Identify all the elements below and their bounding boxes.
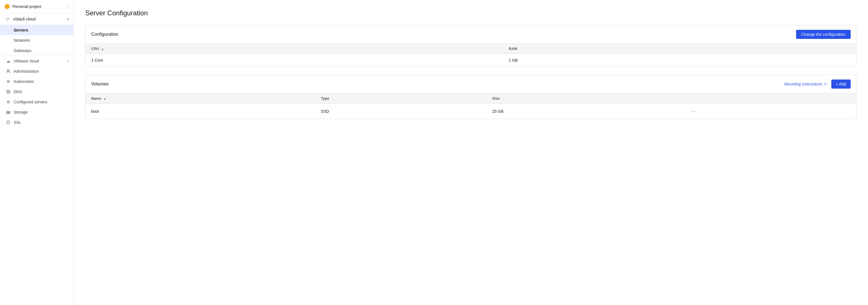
- project-dot: [4, 4, 10, 9]
- actions-column-header: [684, 94, 857, 104]
- name-sort-icon[interactable]: ▲: [103, 97, 106, 100]
- servers-icon: [6, 28, 11, 33]
- sidebar-item-label: Servers: [13, 28, 28, 32]
- ram-column-header: RAM: [503, 44, 856, 54]
- project-selector[interactable]: Personal project ›: [0, 0, 73, 13]
- dns-icon: [6, 89, 11, 94]
- sidebar-item-servers[interactable]: Servers: [0, 25, 73, 35]
- cpu-sort-icon[interactable]: ▲: [101, 47, 104, 50]
- vstack-cloud-item[interactable]: ▽ vStack cloud ▾: [0, 13, 73, 25]
- table-header-row: CPU ▲ RAM: [86, 44, 856, 54]
- table-row: boot SSD 25 GB ···: [86, 104, 856, 119]
- project-name: Personal project: [12, 4, 68, 9]
- sidebar-item-ssl[interactable]: SSL: [0, 117, 73, 128]
- configuration-card-header: Configuration Change the configuration: [86, 25, 856, 44]
- volumes-table: Name ▲ Type Size boot SSD 25 GB: [86, 94, 856, 119]
- sidebar-item-gateways[interactable]: Gateways: [0, 45, 73, 56]
- sidebar-item-label: VMware cloud: [13, 59, 39, 63]
- sidebar-item-label: Gateways: [13, 48, 31, 53]
- sidebar-item-label: Configured servers: [13, 100, 47, 104]
- configuration-card-title: Configuration: [91, 32, 118, 37]
- sidebar-item-administration[interactable]: Administration: [0, 66, 73, 76]
- mounting-instructions-link[interactable]: Mounting Instructions ↗: [784, 82, 827, 86]
- volumes-header-row: Name ▲ Type Size: [86, 94, 856, 104]
- kubernetes-icon: ⚙: [6, 79, 11, 84]
- sidebar-item-label: Networks: [13, 38, 30, 43]
- sidebar-item-vmware[interactable]: ☁ VMware cloud ▾: [0, 56, 73, 66]
- sidebar-item-label: DNS: [13, 90, 22, 94]
- svg-point-1: [6, 90, 10, 94]
- networks-icon: [6, 38, 11, 43]
- volume-size: 25 GB: [487, 104, 684, 119]
- change-configuration-button[interactable]: Change the configuration: [796, 30, 851, 39]
- sidebar-item-label: Storage: [13, 110, 28, 114]
- add-volume-button[interactable]: + Add: [831, 79, 851, 89]
- sidebar-item-dns[interactable]: DNS: [0, 87, 73, 97]
- svg-rect-3: [6, 111, 10, 112]
- configuration-card: Configuration Change the configuration C…: [85, 25, 857, 67]
- cpu-column-header: CPU ▲: [86, 44, 503, 54]
- volume-type: SSD: [315, 104, 487, 119]
- name-column-header: Name ▲: [86, 94, 315, 104]
- volume-name: boot: [86, 104, 315, 119]
- type-column-header: Type: [315, 94, 487, 104]
- volume-more-button[interactable]: ···: [689, 108, 698, 115]
- external-link-icon: ↗: [824, 82, 827, 86]
- sidebar-item-storage[interactable]: Storage: [0, 107, 73, 117]
- main-content: Server Configuration Configuration Chang…: [74, 0, 868, 305]
- ram-value: 1 GB: [503, 54, 856, 67]
- administration-icon: [6, 69, 11, 74]
- sidebar-item-label: Kubernetes: [13, 79, 34, 84]
- size-column-header: Size: [487, 94, 684, 104]
- vstack-label: vStack cloud: [13, 17, 67, 21]
- volumes-card-title: Volumes: [91, 81, 108, 87]
- table-row: 1 Core 1 GB: [86, 54, 856, 67]
- vmware-icon: ☁: [6, 59, 11, 64]
- sidebar-item-label: Administration: [13, 69, 39, 73]
- vmware-chevron: ▾: [67, 59, 69, 63]
- configured-servers-icon: ⚙: [6, 99, 11, 104]
- svg-rect-4: [6, 113, 10, 113]
- storage-icon: [6, 110, 11, 115]
- page-title: Server Configuration: [85, 9, 857, 17]
- svg-point-2: [8, 91, 9, 92]
- sidebar: Personal project › ▽ vStack cloud ▾ Serv…: [0, 0, 74, 305]
- sidebar-item-configured-servers[interactable]: ⚙ Configured servers: [0, 97, 73, 107]
- gateways-icon: [6, 48, 11, 53]
- cpu-value: 1 Core: [86, 54, 503, 67]
- vstack-section: ▽ vStack cloud ▾ Servers Networks Gatewa…: [0, 13, 73, 56]
- ssl-icon: [6, 120, 11, 125]
- volumes-card: Volumes Mounting Instructions ↗ + Add Na…: [85, 75, 857, 119]
- configuration-table: CPU ▲ RAM 1 Core 1 GB: [86, 44, 856, 66]
- svg-point-0: [7, 70, 9, 71]
- sidebar-item-label: SSL: [13, 120, 21, 125]
- vstack-icon: ▽: [4, 16, 10, 22]
- volume-actions: ···: [684, 104, 857, 119]
- volumes-header-actions: Mounting Instructions ↗ + Add: [784, 79, 851, 89]
- sidebar-item-networks[interactable]: Networks: [0, 35, 73, 45]
- volumes-card-header: Volumes Mounting Instructions ↗ + Add: [86, 75, 856, 94]
- sidebar-item-kubernetes[interactable]: ⚙ Kubernetes: [0, 76, 73, 87]
- chevron-down-icon: ▾: [67, 17, 69, 21]
- chevron-right-icon: ›: [68, 4, 69, 8]
